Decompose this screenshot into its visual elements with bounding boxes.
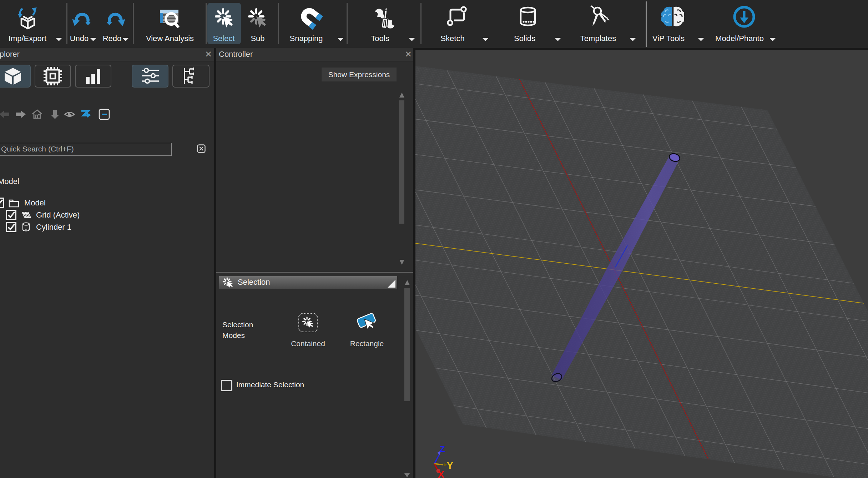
- svg-text:Z: Z: [439, 444, 445, 454]
- svg-text:X: X: [438, 469, 444, 478]
- svg-text:Y: Y: [447, 460, 453, 471]
